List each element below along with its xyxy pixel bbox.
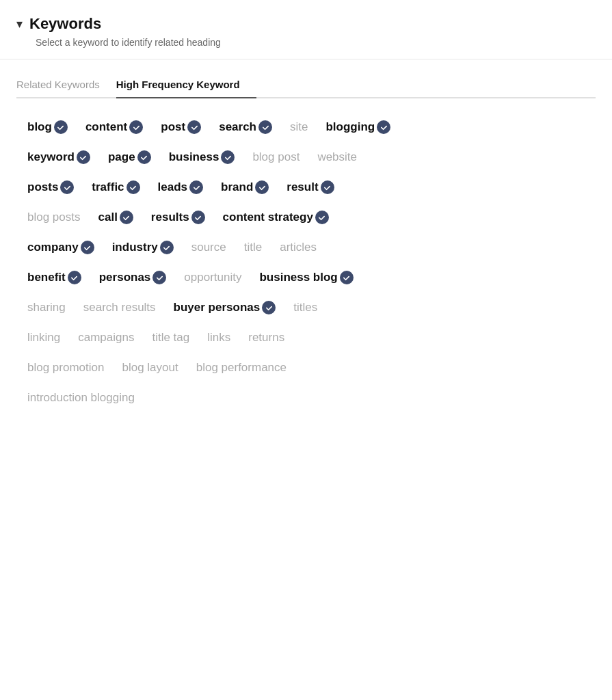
keyword-row-5: benefit personas opportunitybusiness blo…: [19, 265, 593, 290]
keyword-item[interactable]: title: [236, 235, 270, 260]
keywords-area: blog content post search siteblogging ke…: [0, 98, 612, 432]
keyword-row-8: blog promotionblog layoutblog performanc…: [19, 355, 593, 380]
keyword-item[interactable]: results: [143, 205, 213, 230]
check-badge: [255, 180, 269, 194]
tabs-container: Related KeywordsHigh Frequency Keyword: [16, 70, 596, 98]
keyword-item[interactable]: blogging: [317, 115, 399, 139]
keyword-item[interactable]: posts: [19, 175, 82, 200]
keyword-item[interactable]: opportunity: [176, 265, 250, 290]
keyword-item[interactable]: articles: [271, 235, 325, 260]
keyword-item[interactable]: blog performance: [188, 355, 295, 380]
keyword-item[interactable]: site: [282, 115, 316, 139]
keyword-item[interactable]: title tag: [144, 325, 198, 350]
keyword-item[interactable]: search: [211, 115, 280, 139]
keyword-item[interactable]: blog layout: [114, 355, 186, 380]
keyword-row-0: blog content post search siteblogging: [19, 115, 593, 139]
check-badge: [129, 120, 143, 134]
keyword-item[interactable]: post: [152, 115, 209, 139]
check-badge: [315, 211, 329, 224]
keyword-item[interactable]: campaigns: [70, 325, 142, 350]
keyword-item[interactable]: keyword: [19, 145, 98, 170]
check-badge: [77, 150, 90, 164]
check-badge: [127, 180, 140, 194]
keyword-item[interactable]: leads: [150, 175, 211, 200]
keyword-item[interactable]: business blog: [251, 265, 361, 290]
check-badge: [81, 241, 94, 254]
check-badge: [120, 211, 133, 224]
keyword-item[interactable]: returns: [240, 325, 293, 350]
keyword-item[interactable]: source: [183, 235, 235, 260]
keyword-row-7: linkingcampaignstitle taglinksreturns: [19, 325, 593, 350]
header-subtitle: Select a keyword to identify related hea…: [36, 37, 596, 48]
keyword-item[interactable]: call: [90, 205, 142, 230]
check-badge: [191, 211, 205, 224]
tab-highfreq[interactable]: High Frequency Keyword: [116, 70, 256, 97]
check-badge: [377, 120, 390, 134]
keyword-item[interactable]: titles: [285, 295, 325, 320]
check-badge: [189, 180, 203, 194]
page-title: Keywords: [29, 15, 101, 33]
keyword-row-2: posts traffic leads brand result: [19, 175, 593, 200]
keyword-item[interactable]: blog promotion: [19, 355, 112, 380]
check-badge: [221, 150, 235, 164]
keyword-item[interactable]: website: [309, 145, 365, 170]
keyword-item[interactable]: benefit: [19, 265, 90, 290]
keyword-item[interactable]: company: [19, 235, 103, 260]
keyword-item[interactable]: blog posts: [19, 205, 89, 230]
keyword-item[interactable]: blog post: [244, 145, 308, 170]
keyword-row-4: company industry sourcetitlearticles: [19, 235, 593, 260]
check-badge: [258, 120, 272, 134]
check-badge: [152, 271, 166, 284]
check-badge: [60, 180, 74, 194]
header-section: ▾ Keywords Select a keyword to identify …: [0, 0, 612, 59]
check-badge: [187, 120, 201, 134]
check-badge: [321, 180, 334, 194]
keyword-item[interactable]: linking: [19, 325, 68, 350]
keyword-item[interactable]: brand: [213, 175, 277, 200]
keyword-item[interactable]: personas: [91, 265, 175, 290]
check-badge: [340, 271, 354, 284]
keyword-row-6: sharingsearch resultsbuyer personas titl…: [19, 295, 593, 320]
chevron-icon[interactable]: ▾: [16, 16, 23, 31]
check-badge: [160, 241, 174, 254]
keyword-item[interactable]: page: [100, 145, 159, 170]
keyword-item[interactable]: business: [161, 145, 243, 170]
keyword-item[interactable]: buyer personas: [165, 295, 284, 320]
keyword-item[interactable]: search results: [75, 295, 164, 320]
keyword-item[interactable]: traffic: [83, 175, 148, 200]
keyword-item[interactable]: industry: [104, 235, 182, 260]
check-badge: [262, 301, 276, 314]
keyword-item[interactable]: content: [77, 115, 151, 139]
check-badge: [54, 120, 68, 134]
check-badge: [137, 150, 151, 164]
keyword-item[interactable]: links: [199, 325, 239, 350]
keyword-item[interactable]: content strategy: [215, 205, 337, 230]
keyword-item[interactable]: introduction blogging: [19, 386, 143, 410]
keyword-row-3: blog postscall results content strategy: [19, 205, 593, 230]
keyword-item[interactable]: blog: [19, 115, 76, 139]
keyword-item[interactable]: sharing: [19, 295, 74, 320]
keyword-row-1: keyword page business blog postwebsite: [19, 145, 593, 170]
keyword-row-9: introduction blogging: [19, 386, 593, 410]
check-badge: [68, 271, 81, 284]
tab-related[interactable]: Related Keywords: [16, 70, 116, 97]
keyword-item[interactable]: result: [278, 175, 342, 200]
